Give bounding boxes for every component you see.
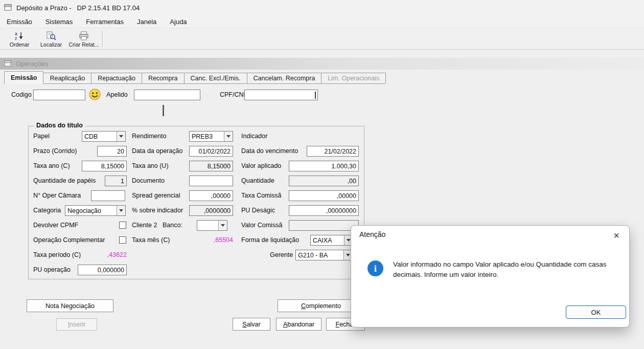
criar-relatorio-button[interactable]: Criar Relat... (67, 30, 100, 49)
devolver-cpmf-label: Devolver CPMF (33, 220, 78, 231)
categoria-label: Categoria (33, 205, 61, 216)
banco-label: Banco: (163, 220, 182, 231)
ok-button[interactable]: OK (566, 306, 626, 319)
prazo-corrido-input[interactable] (97, 146, 127, 157)
printer-icon (79, 31, 89, 41)
tab-lim-operacionais: Lim. Operacionais (321, 73, 386, 83)
tab-repactuacao-label: Repactuação (98, 75, 135, 82)
pu-operacao-input[interactable] (78, 265, 127, 275)
taxa-ano-c-label: Taxa ano (C) (33, 161, 70, 171)
taxa-comissao-label: Taxa Comissã (241, 190, 282, 201)
codigo-label: Codigo (11, 90, 32, 100)
apelido-input[interactable] (134, 90, 200, 100)
text-cursor (315, 92, 316, 99)
toolbar: a z Ordenar Localizar (0, 28, 644, 50)
valor-comissao-label: Valor Comissã (241, 220, 282, 231)
taxa-ano-c-input[interactable] (82, 161, 127, 171)
taxa-comissao-input[interactable] (289, 190, 359, 201)
codigo-input[interactable] (33, 90, 85, 100)
tab-canc-excl-emis[interactable]: Canc. Excl./Emis. (184, 73, 247, 83)
info-icon-glyph: i (374, 263, 377, 274)
tab-cancelam-recompra[interactable]: Cancelam. Recompra (247, 73, 322, 83)
inserir-label: nserir (70, 321, 85, 328)
inserir-button: Inserir (56, 318, 97, 331)
sort-az-icon: a z (14, 31, 25, 41)
sobre-indicador-label: % sobre indicador (132, 205, 183, 216)
taxa-mes-label: Taxa mês (C) (132, 235, 170, 246)
operacao-complementar-label: Operação Complementar (33, 235, 105, 246)
oper-camara-input[interactable] (91, 190, 125, 201)
toolbar-separator (102, 31, 103, 48)
operacoes-title: Operações (16, 60, 49, 68)
forma-liquidacao-label: Forma de liquidação (241, 235, 299, 246)
cpf-cnpj-input[interactable] (244, 90, 318, 100)
tab-reaplicacao[interactable]: Reaplicação (43, 73, 91, 83)
devolver-cpmf-checkbox[interactable] (119, 222, 126, 229)
taxa-periodo-value: ,43622 (82, 250, 127, 260)
localizar-label: Localizar (40, 41, 62, 48)
tab-emissao[interactable]: Emissão (4, 71, 43, 84)
close-icon[interactable]: × (609, 228, 624, 243)
fechar-label-mn: F (336, 321, 340, 328)
dados-do-titulo-title: Dados do título (34, 122, 85, 129)
data-vencimento-label: Data do vencimento (241, 146, 298, 157)
operacoes-titlebar[interactable]: Operações (0, 58, 644, 70)
operacao-complementar-checkbox[interactable] (119, 236, 126, 244)
quantidade-papeis-input (105, 176, 127, 186)
taxa-periodo-label: Taxa período (C) (33, 250, 81, 260)
papel-combo-value: CDB (82, 133, 117, 140)
data-operacao-input[interactable] (189, 146, 233, 157)
forma-liquidacao-combo[interactable]: CAIXA (310, 235, 353, 246)
chevron-down-icon[interactable] (117, 132, 125, 141)
nota-negociacao-button[interactable]: Nota Negociação (27, 299, 113, 312)
spread-gerencial-input[interactable] (189, 190, 233, 201)
complemento-label-mn: C (301, 302, 306, 310)
salvar-label: alvar (247, 321, 261, 328)
tab-recompra[interactable]: Recompra (142, 73, 185, 83)
dialog-message: Valor informado no campo Valor aplicado … (393, 259, 621, 279)
papel-combo[interactable]: CDB (82, 131, 126, 142)
categoria-combo-value: Negociação (65, 207, 117, 214)
rendimento-combo-value: PREB3 (190, 133, 224, 140)
menu-ferramentas[interactable]: Ferramentas (79, 15, 130, 28)
window-title: Depósito a Prazo - DP 2.15.41 BD 17.04 (16, 4, 140, 12)
tab-lim-operacionais-label: Lim. Operacionais (328, 75, 379, 82)
data-vencimento-input[interactable] (307, 146, 359, 157)
smiley-button[interactable] (88, 88, 101, 101)
sobre-indicador-input (189, 205, 233, 216)
rendimento-combo[interactable]: PREB3 (189, 131, 233, 142)
categoria-combo[interactable]: Negociação (65, 205, 126, 216)
gerente-combo[interactable]: G210 - BA (295, 250, 353, 260)
chevron-down-icon[interactable] (224, 132, 233, 141)
quantidade-label: Quantidade (241, 176, 274, 186)
chevron-down-icon[interactable] (218, 221, 227, 230)
pu-desagio-input[interactable] (289, 205, 359, 216)
valor-aplicado-label: Valor aplicado (241, 161, 281, 171)
abandonar-label-mn: A (283, 321, 287, 328)
atencao-dialog: Atenção × i Valor informado no campo Val… (351, 225, 630, 328)
vertical-divider (163, 105, 164, 116)
menubar: Emissão Sistemas Ferramentas Janela Ajud… (0, 15, 644, 28)
chevron-down-icon[interactable] (117, 206, 125, 215)
menu-janela[interactable]: Janela (130, 15, 163, 28)
ordenar-button[interactable]: a z Ordenar (4, 30, 35, 49)
abandonar-button[interactable]: Abandonar (276, 318, 321, 331)
banco-combo[interactable] (197, 220, 227, 231)
papel-label: Papel (33, 131, 50, 142)
criar-relatorio-label: Criar Relat... (69, 41, 99, 48)
operacoes-window-icon (4, 60, 12, 68)
localizar-button[interactable]: Localizar (36, 30, 66, 49)
pu-desagio-label: PU Deságic (241, 205, 275, 216)
menu-sistemas[interactable]: Sistemas (39, 15, 79, 28)
salvar-button[interactable]: Salvar (233, 318, 270, 331)
search-icon (46, 31, 56, 41)
tab-recompra-label: Recompra (148, 75, 178, 82)
valor-aplicado-input[interactable] (289, 161, 359, 171)
data-operacao-label: Data da operação (132, 146, 182, 157)
quantidade-papeis-label: Quantidade de papéis (33, 176, 96, 186)
tab-repactuacao[interactable]: Repactuação (91, 73, 142, 83)
menu-emissao[interactable]: Emissão (0, 15, 39, 28)
menu-ajuda[interactable]: Ajuda (163, 15, 193, 28)
valor-comissao-input (289, 220, 359, 231)
documento-input[interactable] (189, 176, 233, 186)
